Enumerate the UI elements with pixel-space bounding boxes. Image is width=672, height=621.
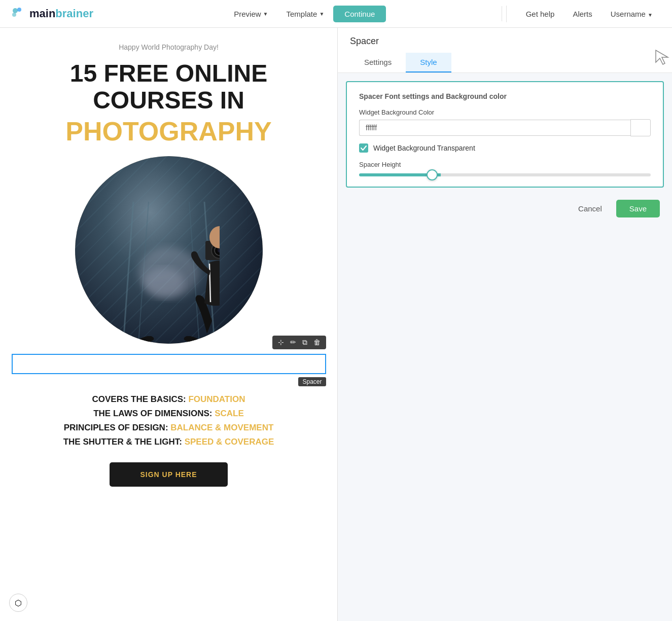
- bg-color-label: Widget Background Color: [359, 108, 651, 116]
- spacer-move-button[interactable]: ⊹: [275, 337, 287, 347]
- course-highlight: BALANCE & MOVEMENT: [170, 423, 273, 432]
- scroll-nav-icon[interactable]: ⬡: [9, 594, 27, 612]
- slider-track[interactable]: [359, 173, 651, 176]
- settings-content: Spacer Font settings and Background colo…: [346, 81, 664, 188]
- list-item: THE LAWS OF DIMENSIONS: SCALE: [12, 409, 326, 419]
- panel-header: Spacer Settings Style: [338, 28, 672, 73]
- photographer-image: [75, 156, 263, 344]
- spacer-height-slider[interactable]: [359, 173, 651, 176]
- nav-center: Preview ▼ Template ▼ Continue: [114, 6, 498, 22]
- tab-settings[interactable]: Settings: [350, 53, 406, 72]
- color-input-field[interactable]: [359, 120, 630, 136]
- slider-thumb[interactable]: [427, 169, 438, 180]
- course-prefix: THE SHUTTER & THE LIGHT:: [63, 437, 185, 447]
- spacer-widget-container: ⊹ ✏ ⧉ 🗑 Spacer: [12, 354, 326, 374]
- panel-footer: Cancel Save: [338, 192, 672, 226]
- course-prefix: THE LAWS OF DIMENSIONS:: [93, 409, 215, 418]
- spacer-height-label: Spacer Height: [359, 161, 651, 168]
- get-help-button[interactable]: Get help: [517, 6, 564, 22]
- preview-dropdown-icon: ▼: [263, 11, 268, 17]
- alerts-button[interactable]: Alerts: [563, 6, 601, 22]
- spacer-delete-button[interactable]: 🗑: [311, 337, 323, 347]
- spacer-duplicate-button[interactable]: ⧉: [300, 337, 310, 348]
- list-item: COVERS THE BASICS: FOUNDATION: [12, 394, 326, 405]
- username-button[interactable]: Username ▼: [602, 6, 662, 22]
- svg-point-8: [144, 268, 184, 298]
- continue-button[interactable]: Continue: [333, 6, 386, 22]
- transparent-checkbox[interactable]: [359, 143, 368, 153]
- checkmark-icon: [361, 145, 367, 151]
- course-highlight: FOUNDATION: [188, 394, 245, 404]
- logo[interactable]: mainbrainer: [10, 6, 93, 22]
- svg-point-2: [12, 13, 16, 17]
- spacer-label: Spacer: [298, 377, 326, 386]
- top-navigation: mainbrainer Preview ▼ Template ▼ Continu…: [0, 0, 672, 28]
- preview-button[interactable]: Preview ▼: [225, 6, 277, 22]
- spacer-widget[interactable]: [12, 354, 326, 374]
- tab-style[interactable]: Style: [406, 53, 451, 72]
- logo-icon: [10, 6, 26, 22]
- save-button[interactable]: Save: [616, 200, 660, 217]
- svg-line-3: [123, 202, 133, 344]
- cursor-arrow-icon: [654, 48, 672, 66]
- content-area: Happy World Photography Day! 15 FREE ONL…: [0, 28, 337, 621]
- panel-tabs: Settings Style: [350, 53, 660, 72]
- color-input-row: [359, 119, 651, 136]
- svg-point-1: [17, 8, 21, 12]
- list-item: THE SHUTTER & THE LIGHT: SPEED & COVERAG…: [12, 437, 326, 447]
- transparent-label: Widget Background Transparent: [373, 144, 475, 152]
- course-prefix: COVERS THE BASICS:: [92, 394, 189, 404]
- transparent-checkbox-row: Widget Background Transparent: [359, 143, 651, 153]
- right-panel: Spacer Settings Style Spacer Font settin…: [337, 28, 672, 621]
- panel-title: Spacer: [350, 36, 660, 47]
- template-button[interactable]: Template ▼: [277, 6, 334, 22]
- course-prefix: PRINCIPLES OF DESIGN:: [64, 423, 171, 432]
- list-item: PRINCIPLES OF DESIGN: BALANCE & MOVEMENT: [12, 423, 326, 433]
- logo-text: mainbrainer: [29, 7, 93, 20]
- course-list: COVERS THE BASICS: FOUNDATION THE LAWS O…: [12, 394, 326, 487]
- color-swatch[interactable]: [630, 119, 651, 136]
- main-layout: Happy World Photography Day! 15 FREE ONL…: [0, 28, 672, 621]
- course-highlight: SPEED & COVERAGE: [185, 437, 274, 447]
- template-dropdown-icon: ▼: [319, 11, 324, 17]
- spacer-edit-button[interactable]: ✏: [288, 337, 299, 347]
- photo-day-text: Happy World Photography Day!: [12, 43, 326, 51]
- nav-divider: [502, 6, 502, 21]
- email-preview: Happy World Photography Day! 15 FREE ONL…: [12, 43, 326, 487]
- svg-point-0: [13, 8, 18, 13]
- spacer-toolbar: ⊹ ✏ ⧉ 🗑: [272, 336, 326, 349]
- nav-right: Get help Alerts Username ▼: [506, 6, 662, 22]
- username-dropdown-icon: ▼: [648, 12, 653, 18]
- headline-gold: PHOTOGRAPHY: [12, 117, 326, 146]
- cancel-button[interactable]: Cancel: [570, 200, 610, 217]
- headline: 15 FREE ONLINE COURSES IN: [12, 60, 326, 114]
- photographer-silhouette: [118, 202, 220, 344]
- svg-marker-17: [656, 50, 668, 64]
- section-title: Spacer Font settings and Background colo…: [359, 92, 651, 100]
- course-highlight: SCALE: [215, 409, 244, 418]
- signup-button[interactable]: SIGN UP HERE: [110, 462, 227, 487]
